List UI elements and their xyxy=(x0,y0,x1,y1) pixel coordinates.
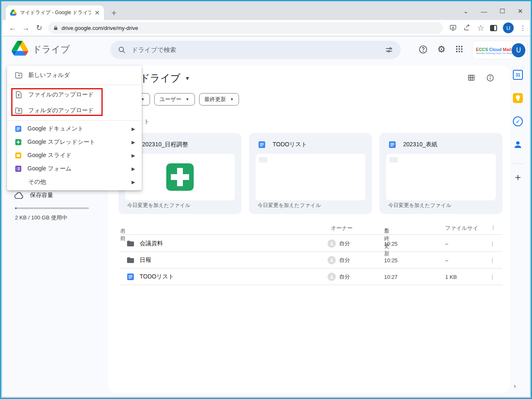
column-owner[interactable]: オーナー xyxy=(331,224,353,232)
drive-favicon xyxy=(10,10,17,16)
sheets-logo-large xyxy=(166,163,194,191)
settings-gear-icon[interactable]: ⚙ xyxy=(436,44,447,55)
owner-avatar xyxy=(328,256,336,264)
annotation-highlight-box xyxy=(11,88,103,116)
column-options-icon[interactable]: ⋮ xyxy=(490,224,496,231)
browser-menu-icon[interactable]: ⋮ xyxy=(520,24,526,32)
docs-icon xyxy=(258,140,266,149)
suggested-section-label-fragment: ト xyxy=(144,118,150,126)
url-text: drive.google.com/drive/my-drive xyxy=(62,25,138,31)
search-icon xyxy=(118,46,126,54)
docs-icon xyxy=(126,273,135,281)
tasks-icon[interactable]: ✓ xyxy=(513,116,523,126)
cloud-icon xyxy=(14,192,24,199)
badge-subtitle: Information Technology Center, The Unive… xyxy=(476,53,511,55)
folder-icon xyxy=(126,239,135,248)
row-options-icon[interactable]: ⋮ xyxy=(490,235,495,252)
grid-view-icon[interactable] xyxy=(467,74,475,81)
menu-item-new-folder[interactable]: 新しいフォルダ xyxy=(7,67,142,83)
drive-logo[interactable] xyxy=(12,41,28,56)
row-options-icon[interactable]: ⋮ xyxy=(490,268,495,285)
filter-chip-modified[interactable]: 最終更新▼ xyxy=(199,93,239,106)
folder-icon xyxy=(126,256,135,264)
column-name[interactable]: 名前 ↑ xyxy=(120,224,123,231)
submenu-arrow-icon: ▶ xyxy=(132,126,135,132)
tab-close-icon[interactable]: ✕ xyxy=(94,9,100,17)
install-icon[interactable] xyxy=(449,24,457,32)
tab-strip: マイドライブ - Google ドライブ ✕ ＋ ⌄ — ☐ ✕ xyxy=(2,2,530,20)
minimize-button[interactable]: — xyxy=(481,8,487,15)
reload-button[interactable]: ↻ xyxy=(32,23,46,32)
menu-item-google-forms[interactable]: Google フォーム▶ xyxy=(7,162,142,175)
apps-grid-icon[interactable] xyxy=(454,45,465,56)
side-panel-icon[interactable] xyxy=(490,25,497,31)
row-options-icon[interactable]: ⋮ xyxy=(490,252,495,268)
column-size[interactable]: ファイルサイ xyxy=(445,224,478,232)
main-content: マイドライブ▼ 種類▼ ユーザー▼ 最終更新▼ ト 202310_日程調整 xyxy=(108,66,510,392)
side-panel-rail: 31 ✓ ＋ › xyxy=(506,37,530,397)
owner-avatar xyxy=(328,273,336,281)
table-row[interactable]: TODOリスト 自分 10:27 1 KB ⋮ xyxy=(119,268,502,285)
new-menu: 新しいフォルダ ファイルのアップロード フォルダのアップロード Google ド… xyxy=(7,66,142,190)
menu-item-google-sheets[interactable]: Google スプレッドシート▶ xyxy=(7,135,142,149)
rail-divider xyxy=(512,163,524,164)
file-card[interactable]: 202310_表紙 今日変更を加えたファイル xyxy=(379,133,502,214)
suggested-files: 202310_日程調整 今日変更を加えたファイル TODOリスト 今日変更を加え… xyxy=(118,133,502,214)
browser-window: マイドライブ - Google ドライブ ✕ ＋ ⌄ — ☐ ✕ ← → ↻ d… xyxy=(0,0,532,399)
sort-desc-icon: ▼ xyxy=(384,227,388,232)
chevron-down-icon: ▼ xyxy=(230,97,234,101)
docs-icon xyxy=(388,140,397,149)
help-icon[interactable] xyxy=(418,44,429,55)
menu-item-more[interactable]: その他▶ xyxy=(7,175,142,189)
browser-toolbar: ← → ↻ drive.google.com/drive/my-drive ☆ … xyxy=(2,20,530,36)
search-options-icon[interactable] xyxy=(385,46,393,54)
menu-item-google-slides[interactable]: Google スライド▶ xyxy=(7,149,142,162)
close-button[interactable]: ✕ xyxy=(517,7,523,15)
calendar-icon[interactable]: 31 xyxy=(513,70,523,80)
search-bar[interactable]: ドライブで検索 xyxy=(110,41,401,59)
url-bar[interactable]: drive.google.com/drive/my-drive xyxy=(48,22,443,34)
table-header: 名前 ↑ オーナー 最終更新 ▼ ファイルサイ ⋮ xyxy=(119,222,502,235)
file-preview xyxy=(256,154,365,200)
back-button[interactable]: ← xyxy=(6,24,19,32)
filter-chip-people[interactable]: ユーザー▼ xyxy=(154,93,195,106)
storage-label: 保存容量 xyxy=(30,192,53,199)
file-card[interactable]: TODOリスト 今日変更を加えたファイル xyxy=(249,133,372,214)
forward-button[interactable]: → xyxy=(19,24,32,32)
bookmark-star-icon[interactable]: ☆ xyxy=(477,23,484,33)
card-reason: 今日変更を加えたファイル xyxy=(127,202,190,209)
title-caret-icon: ▼ xyxy=(185,75,190,81)
keep-icon[interactable] xyxy=(513,93,523,103)
storage-item[interactable]: 保存容量 xyxy=(14,192,53,199)
table-row[interactable]: 日報 自分 10:25 – ⋮ xyxy=(119,252,502,268)
info-icon[interactable] xyxy=(486,74,494,82)
submenu-arrow-icon: ▶ xyxy=(132,140,135,145)
share-icon[interactable] xyxy=(463,24,471,32)
submenu-arrow-icon: ▶ xyxy=(132,166,135,172)
new-folder-icon xyxy=(15,71,23,79)
browser-avatar[interactable]: U xyxy=(503,22,514,33)
owner-avatar xyxy=(328,239,336,248)
docs-icon xyxy=(15,125,22,133)
slides-icon xyxy=(15,152,22,159)
card-reason: 今日変更を加えたファイル xyxy=(388,202,451,209)
contacts-icon[interactable] xyxy=(513,140,523,150)
browser-tab[interactable]: マイドライブ - Google ドライブ ✕ xyxy=(6,5,104,20)
tab-search-icon[interactable]: ⌄ xyxy=(463,7,468,15)
storage-progressbar xyxy=(15,207,89,209)
storage-usage: 2 KB / 100 GB 使用中 xyxy=(15,214,67,222)
table-row[interactable]: 会議資料 自分 10:25 – ⋮ xyxy=(119,235,502,252)
submenu-arrow-icon: ▶ xyxy=(132,180,135,185)
lock-icon xyxy=(53,25,58,31)
chevron-down-icon: ▼ xyxy=(186,97,190,101)
new-tab-button[interactable]: ＋ xyxy=(110,7,118,18)
collapse-panel-icon[interactable]: › xyxy=(514,382,516,390)
add-addon-icon[interactable]: ＋ xyxy=(513,170,523,184)
app-name: ドライブ xyxy=(32,43,70,56)
menu-item-google-docs[interactable]: Google ドキュメント▶ xyxy=(7,122,142,135)
tab-title: マイドライブ - Google ドライブ xyxy=(20,9,91,16)
maximize-button[interactable]: ☐ xyxy=(500,7,505,15)
forms-icon xyxy=(15,165,22,172)
card-reason: 今日変更を加えたファイル xyxy=(258,202,321,209)
search-placeholder: ドライブで検索 xyxy=(132,46,379,54)
